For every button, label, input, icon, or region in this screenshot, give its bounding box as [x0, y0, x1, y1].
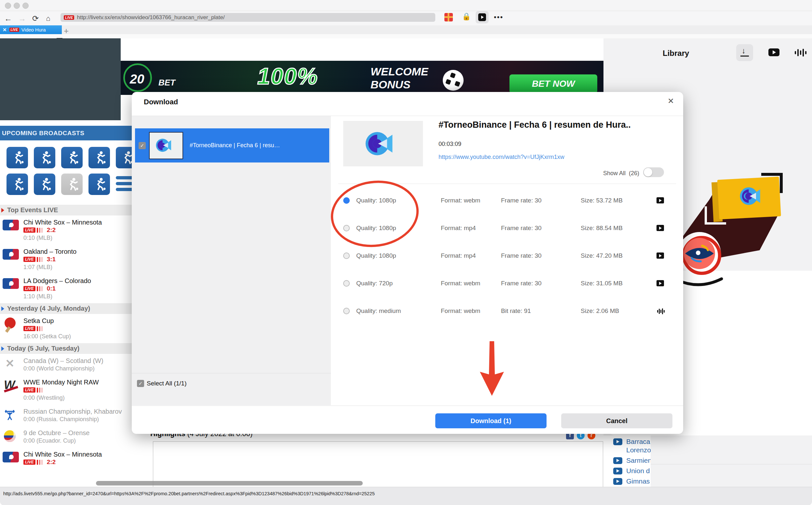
event-row[interactable]: ✕Canada (W) – Scotland (W)0:00 (World Ch… — [0, 354, 132, 375]
quality-radio[interactable] — [343, 197, 350, 204]
running-sport-icon[interactable] — [61, 147, 83, 168]
tab-video-hura[interactable]: ✕ LIVE Video Hura — [0, 25, 62, 34]
quality-radio[interactable] — [343, 225, 350, 231]
event-title[interactable]: Chi White Sox – Minnesota — [23, 218, 102, 226]
football-sport-icon[interactable] — [6, 147, 28, 168]
item-thumbnail — [149, 132, 183, 159]
back-icon[interactable]: ← — [3, 14, 13, 23]
event-row[interactable]: Russian Championship, Khabarov0:00 (Russ… — [0, 404, 132, 426]
event-row[interactable]: WWWE Monday Night RAWLIVE0:00 (Wrestling… — [0, 375, 132, 404]
quality-option-row[interactable]: Quality: 1080pFormat: mp4Frame rate: 30S… — [338, 242, 677, 270]
divider — [338, 184, 676, 184]
address-bar[interactable]: LIVE http://livetv.sx/enx/showvideo/1063… — [61, 13, 435, 22]
event-row[interactable]: Chi White Sox – MinnesotaLIVE2:2 — [0, 448, 132, 469]
event-row[interactable]: 9 de Octubre – Orense0:00 (Ecuador. Cup) — [0, 426, 132, 448]
library-downloads-tab[interactable] — [736, 44, 753, 61]
event-title[interactable]: Canada (W) – Scotland (W) — [23, 357, 103, 365]
quality-option-row[interactable]: Quality: 1080pFormat: webmFrame rate: 30… — [338, 187, 677, 214]
video-duration: 00:03:09 — [439, 141, 461, 148]
rate-label: Frame rate: 30 — [501, 280, 542, 287]
volleyball-sport-icon[interactable] — [116, 147, 132, 168]
hockey-sport-icon[interactable] — [34, 147, 55, 168]
section-header[interactable]: Yesterday (4 July, Monday) — [0, 303, 132, 314]
video-downloader-extension-button[interactable] — [476, 11, 489, 23]
section-header[interactable]: Today (5 July, Tuesday) — [0, 343, 132, 354]
handball-sport-icon[interactable] — [89, 174, 110, 195]
select-all-checkbox[interactable]: ✓ — [137, 380, 144, 387]
video-link-item[interactable]: BarracaLorenzo — [613, 438, 651, 454]
show-all-toggle[interactable] — [643, 167, 664, 177]
horizontal-scrollbar[interactable] — [96, 481, 363, 486]
video-downloader-icon — [478, 13, 486, 21]
gift-extension-icon[interactable] — [444, 13, 453, 21]
format-label: Format: mp4 — [441, 252, 476, 259]
quality-radio[interactable] — [343, 308, 350, 314]
tennis-sport-icon[interactable] — [89, 147, 110, 168]
library-videos-tab[interactable] — [766, 44, 782, 61]
event-title[interactable]: Chi White Sox – Minnesota — [23, 451, 102, 458]
play-icon — [613, 457, 622, 464]
select-all-row[interactable]: ✓ Select All (1/1) — [137, 380, 187, 387]
video-link-label[interactable]: GimnasDefensa — [622, 477, 651, 487]
video-link-label[interactable]: Union d — [622, 467, 650, 475]
video-link-label[interactable]: BarracaLorenzo — [622, 438, 651, 454]
quality-label: Quality: medium — [356, 307, 401, 315]
video-link-item[interactable]: Sarmien — [613, 456, 651, 465]
live-indicator: LIVE2:2 — [23, 226, 102, 234]
video-link-item[interactable]: Union d — [613, 467, 651, 475]
event-title[interactable]: 9 de Octubre – Orense — [23, 429, 90, 437]
ad-welcome: WELCOME — [370, 65, 429, 78]
section-header-label: Top Events LIVE — [7, 206, 58, 213]
download-item-row[interactable]: ✓ #TorneoBinance | Fecha 6 | resu… — [135, 128, 329, 162]
video-link-item[interactable]: GimnasDefensa — [613, 477, 651, 487]
sidebar-header: UPCOMING BROADCASTS — [0, 126, 132, 140]
library-audio-tab[interactable] — [792, 44, 809, 61]
video-link-label[interactable]: Sarmien — [622, 456, 651, 465]
event-title[interactable]: WWE Monday Night RAW — [23, 378, 99, 386]
size-label: Size: 31.05 MB — [581, 280, 623, 287]
lock-icon[interactable]: 🔒 — [462, 12, 471, 21]
event-row[interactable]: LA Dodgers – ColoradoLIVE0:11:10 (MLB) — [0, 274, 132, 303]
forward-icon[interactable]: → — [17, 14, 27, 23]
event-row[interactable]: Setka CupLIVE16:00 (Setka Cup) — [0, 314, 132, 343]
video-source-link[interactable]: https://www.youtube.com/watch?v=UfJjKxrm… — [439, 154, 564, 161]
rate-label: Frame rate: 30 — [501, 224, 542, 232]
quality-radio[interactable] — [343, 280, 350, 287]
event-title[interactable]: LA Dodgers – Colorado — [23, 277, 91, 285]
item-label: #TorneoBinance | Fecha 6 | resu… — [183, 142, 280, 149]
tab-close-icon[interactable]: ✕ — [3, 27, 7, 33]
quality-option-row[interactable]: Quality: 720pFormat: webmFrame rate: 30S… — [338, 270, 677, 297]
event-row[interactable]: Chi White Sox – MinnesotaLIVE2:20:10 (ML… — [0, 215, 132, 245]
download-button[interactable]: Download (1) — [435, 413, 547, 428]
boxing-sport-icon[interactable] — [6, 174, 28, 195]
event-time: 0:00 (World Championship) — [23, 365, 103, 372]
event-title[interactable]: Russian Championship, Khabarov — [23, 407, 122, 415]
more-menu-icon[interactable]: ••• — [494, 13, 503, 21]
betting-ad-banner[interactable]: 20 BET 100% WELCOME BONUS BET NOW — [121, 61, 603, 95]
item-checkbox[interactable]: ✓ — [139, 142, 146, 149]
list-view-icon[interactable] — [116, 174, 132, 195]
home-icon[interactable]: ⌂ — [43, 14, 53, 23]
video-player-placeholder[interactable] — [0, 38, 121, 120]
skiing-sport-icon[interactable] — [61, 174, 83, 195]
event-title[interactable]: Oakland – Toronto — [23, 247, 77, 256]
window-minimize-button[interactable] — [14, 3, 20, 9]
gym-sport-icon[interactable] — [34, 174, 55, 195]
event-title[interactable]: Setka Cup — [23, 317, 71, 325]
quality-radio[interactable] — [343, 252, 350, 259]
reload-icon[interactable]: ⟳ — [30, 14, 40, 23]
mlb-logo-icon — [3, 452, 19, 463]
event-time: 0:00 (Wrestling) — [23, 394, 99, 402]
quality-label: Quality: 1080p — [356, 197, 396, 204]
cancel-button[interactable]: Cancel — [561, 413, 673, 428]
window-close-button[interactable] — [5, 3, 11, 9]
quality-option-row[interactable]: Quality: mediumFormat: webmBit rate: 91S… — [338, 297, 677, 325]
window-zoom-button[interactable] — [22, 3, 29, 9]
quality-option-row[interactable]: Quality: 1080pFormat: mp4Frame rate: 30S… — [338, 214, 677, 242]
section-header[interactable]: Top Events LIVE — [0, 205, 132, 215]
soccer-ball-icon — [443, 70, 464, 91]
bookmarks-strip — [0, 34, 812, 38]
close-icon[interactable]: ✕ — [666, 97, 676, 106]
event-row[interactable]: Oakland – TorontoLIVE3:11:07 (MLB) — [0, 245, 132, 274]
bet-now-button[interactable]: BET NOW — [509, 74, 597, 93]
